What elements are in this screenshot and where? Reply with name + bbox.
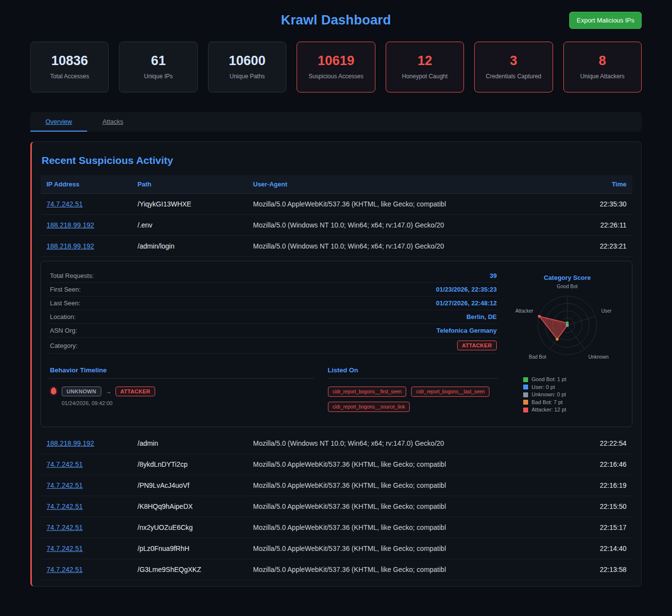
user-agent-cell: Mozilla/5.0 AppleWebKit/537.36 (KHTML, l… <box>252 559 563 580</box>
user-agent-cell: Mozilla/5.0 AppleWebKit/537.36 (KHTML, l… <box>252 517 563 538</box>
path-cell: /8ykdLnDYTi2cp <box>137 454 252 475</box>
tab-overview[interactable]: Overview <box>30 112 87 132</box>
ip-link[interactable]: 188.218.99.192 <box>46 242 94 250</box>
user-agent-cell: Mozilla/5.0 AppleWebKit/537.36 (KHTML, l… <box>252 454 563 475</box>
path-cell: /admin/login <box>137 236 252 256</box>
ip-link[interactable]: 74.7.242.51 <box>46 200 83 208</box>
ip-link[interactable]: 74.7.242.51 <box>46 566 83 573</box>
export-malicious-ips-button[interactable]: Export Malicious IPs <box>569 12 642 29</box>
ip-link[interactable]: 74.7.242.51 <box>46 545 83 552</box>
table-row[interactable]: 74.7.242.51/PN9LvAcJ4uoVfMozilla/5.0 App… <box>41 475 632 496</box>
path-cell: /YiqykGI13WHXE <box>137 194 252 214</box>
category-score-widget: Category Score Good BotUserUnknownBad Bo… <box>510 269 624 414</box>
stat-label: Suspicious Accesses <box>300 73 371 80</box>
ip-cell: 74.7.242.51 <box>46 559 137 580</box>
ip-cell: 188.218.99.192 <box>46 215 137 235</box>
table-row[interactable]: 74.7.242.51/YiqykGI13WHXEMozilla/5.0 App… <box>41 194 632 215</box>
user-agent-cell: Mozilla/5.0 (Windows NT 10.0; Win64; x64… <box>252 433 563 454</box>
recent-suspicious-activity-panel: Recent Suspicious Activity IP AddressPat… <box>30 141 642 587</box>
ip-cell: 74.7.242.51 <box>46 475 137 496</box>
svg-text:Bad Bot: Bad Bot <box>529 354 547 360</box>
ip-cell: 74.7.242.51 <box>46 496 137 517</box>
tab-bar: OverviewAttacks <box>30 112 642 132</box>
arrow-right-icon: → <box>105 388 112 395</box>
tab-attacks[interactable]: Attacks <box>87 112 139 132</box>
detail-field-row: Location:Berlin, DE <box>49 310 498 324</box>
stat-label: Unique Attackers <box>567 73 638 80</box>
tab-label: Attacks <box>102 118 123 125</box>
tab-label: Overview <box>46 118 72 125</box>
column-header: User-Agent <box>252 175 563 193</box>
blocklist-badge[interactable]: cidr_report_bogons__last_seen <box>411 387 489 397</box>
detail-fields: Total Requests:39First Seen:01/23/2026, … <box>49 269 498 354</box>
detail-field-row: Total Requests:39 <box>49 269 498 283</box>
table-row[interactable]: 74.7.242.51/8ykdLnDYTi2cpMozilla/5.0 App… <box>41 454 632 475</box>
legend-label: Attacker: 12 pt <box>532 406 566 414</box>
table-row[interactable]: 188.218.99.192/admin/loginMozilla/5.0 (W… <box>41 236 632 257</box>
path-cell: /admin <box>137 433 252 454</box>
ip-cell: 74.7.242.51 <box>46 517 137 538</box>
table-row[interactable]: 188.218.99.192/adminMozilla/5.0 (Windows… <box>41 433 632 454</box>
field-value: 39 <box>490 272 497 279</box>
ip-detail-panel: Total Requests:39First Seen:01/23/2026, … <box>41 261 632 427</box>
category-badge: ATTACKER <box>457 341 497 350</box>
field-value: 01/23/2026, 22:35:23 <box>436 286 497 293</box>
field-label: Total Requests: <box>50 272 94 279</box>
legend-swatch <box>523 400 528 405</box>
detail-field-row: Last Seen:01/27/2026, 22:48:12 <box>49 297 498 310</box>
stat-value: 8 <box>567 53 638 68</box>
stat-label: Honeypot Caught <box>389 73 461 80</box>
stat-value: 3 <box>478 53 549 68</box>
ip-cell: 188.218.99.192 <box>46 236 137 256</box>
stat-label: Unique IPs <box>122 73 194 80</box>
stat-card: 10600Unique Paths <box>208 42 286 92</box>
user-agent-cell: Mozilla/5.0 (Windows NT 10.0; Win64; x64… <box>252 215 563 235</box>
detail-field-row: Category:ATTACKER <box>49 338 498 354</box>
ip-link[interactable]: 74.7.242.51 <box>46 481 83 489</box>
page-title: Krawl Dashboard <box>281 13 391 28</box>
detail-field-row: First Seen:01/23/2026, 22:35:23 <box>49 283 498 297</box>
user-agent-cell: Mozilla/5.0 AppleWebKit/537.36 (KHTML, l… <box>252 475 563 496</box>
listed-on-section: Listed On cidr_report_bogons__first_seen… <box>327 366 498 412</box>
stat-value: 61 <box>122 53 194 68</box>
legend-item: Attacker: 12 pt <box>523 406 624 414</box>
time-cell: 22:16:19 <box>563 475 627 496</box>
legend-label: User: 0 pt <box>532 384 555 391</box>
suspicious-activity-table: IP AddressPathUser-AgentTime 74.7.242.51… <box>41 175 632 580</box>
ip-link[interactable]: 74.7.242.51 <box>46 460 83 468</box>
table-rows-top: 74.7.242.51/YiqykGI13WHXEMozilla/5.0 App… <box>41 194 632 257</box>
ip-link[interactable]: 188.218.99.192 <box>46 439 94 447</box>
timeline-entry: UNKNOWN → ATTACKER 01/24/2026, 09:42:00 <box>49 387 314 406</box>
path-cell: /K8HQq9hAipeDX <box>137 496 252 517</box>
time-cell: 22:15:50 <box>563 496 627 517</box>
time-cell: 22:35:30 <box>563 194 627 214</box>
stat-card: 8Unique Attackers <box>563 42 642 92</box>
ip-link[interactable]: 188.218.99.192 <box>46 221 94 229</box>
ip-link[interactable]: 74.7.242.51 <box>46 524 83 531</box>
blocklist-badge[interactable]: cidr_report_bogons__first_seen <box>328 387 407 397</box>
legend-swatch <box>523 408 528 412</box>
table-row[interactable]: 74.7.242.51/K8HQq9hAipeDXMozilla/5.0 App… <box>41 496 632 517</box>
field-label: ASN Org: <box>50 327 77 334</box>
table-row[interactable]: 74.7.242.51/pLz0Fnua9fRhHMozilla/5.0 App… <box>41 538 632 559</box>
radar-chart: Good BotUserUnknownBad BotAttacker <box>510 282 624 372</box>
panel-title: Recent Suspicious Activity <box>41 155 632 166</box>
field-value: 01/27/2026, 22:48:12 <box>436 299 497 307</box>
ip-link[interactable]: 74.7.242.51 <box>46 502 83 510</box>
timeline-marker-icon <box>51 388 56 394</box>
table-row[interactable]: 188.218.99.192/.envMozilla/5.0 (Windows … <box>41 215 632 236</box>
ip-cell: 74.7.242.51 <box>46 538 137 559</box>
listed-on-title: Listed On <box>327 366 498 379</box>
svg-text:Unknown: Unknown <box>588 354 609 360</box>
table-row[interactable]: 74.7.242.51/nx2yUOZuE6CkgMozilla/5.0 App… <box>41 517 632 538</box>
timeline-timestamp: 01/24/2026, 09:42:00 <box>62 400 155 406</box>
stat-label: Unique Paths <box>211 73 283 80</box>
path-cell: /G3Lme9ShEQgXKZ <box>137 559 252 580</box>
blocklist-badge[interactable]: cidr_report_bogons__source_link <box>328 402 410 412</box>
stat-card: 10619Suspicious Accesses <box>297 42 375 92</box>
stat-label: Credentials Captured <box>478 73 549 80</box>
svg-text:Good Bot: Good Bot <box>557 284 578 289</box>
time-cell: 22:15:17 <box>563 517 627 538</box>
table-row[interactable]: 74.7.242.51/G3Lme9ShEQgXKZMozilla/5.0 Ap… <box>41 559 632 580</box>
svg-text:User: User <box>601 308 612 314</box>
